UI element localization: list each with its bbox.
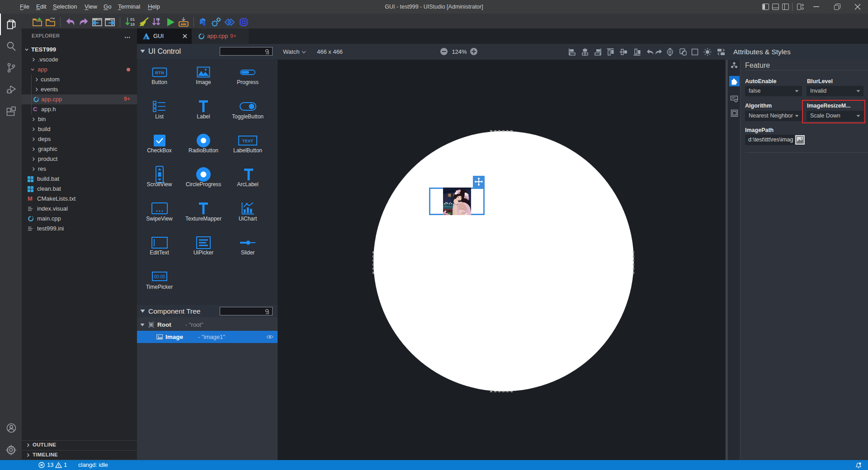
svg-text:00:00: 00:00 (154, 274, 165, 279)
svg-text:01: 01 (130, 17, 135, 22)
svg-text:01: 01 (156, 17, 160, 21)
svg-text:10: 10 (130, 22, 135, 27)
svg-text:TEXT: TEXT (242, 138, 253, 143)
svg-text:BTN: BTN (155, 70, 164, 75)
